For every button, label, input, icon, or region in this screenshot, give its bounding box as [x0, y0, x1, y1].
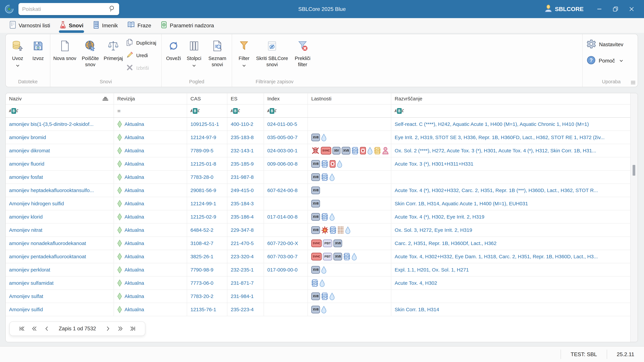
column-header-razvrscanje[interactable]: Razvrščanje — [391, 93, 630, 104]
primerjaj-button[interactable]: Primerjaj — [103, 34, 124, 61]
table-row[interactable]: Amonijev hidrogen sulfidAktualna12124-99… — [6, 197, 630, 210]
table-row[interactable]: amonijev fluoridAktualna12125-01-8235-18… — [6, 157, 630, 171]
filter-cell-index[interactable]: ABC — [264, 105, 308, 117]
tab-fraze[interactable]: Fraze — [122, 18, 156, 33]
uvoz-button[interactable]: Uvoz — [8, 34, 28, 66]
poiscite-snov-button[interactable]: Poiščite snov — [78, 34, 103, 68]
filter-cell-razvrščanje[interactable]: ABC — [391, 105, 630, 117]
person-icon — [382, 147, 389, 155]
es-cell: 235-183-8 — [227, 131, 264, 144]
close-button[interactable] — [624, 2, 640, 16]
index-cell: 607-720-00-X — [264, 237, 308, 250]
table-row[interactable]: amonijev dikromatAktualna7789-09-5232-14… — [6, 144, 630, 157]
revision-status: Aktualna — [117, 134, 144, 141]
group-label-uporaba: Uporaba — [586, 79, 636, 87]
substance-name-link[interactable]: amonijev heptadekafluorooktansulfo... — [9, 187, 94, 193]
user-account-button[interactable]: SBLCORE — [544, 4, 584, 13]
filter-cell-es[interactable]: ABC — [227, 105, 264, 117]
fast-forward-button[interactable] — [114, 326, 126, 332]
table-row[interactable]: amonijev nonadekafluorodekanoatAktualna3… — [6, 237, 630, 250]
substance-name-link[interactable]: amonijev sulfamidat — [9, 280, 54, 286]
table-row[interactable]: amonijev sulfamidatAktualna7773-06-0231-… — [6, 277, 630, 290]
substance-name-link[interactable]: amonijev nonadekafluorodekanoat — [9, 240, 86, 246]
substance-name-link[interactable]: Amonijev nitrat — [9, 227, 42, 233]
substance-name-link[interactable]: amonijev bis(1-(3,5-dinitro-2-oksidof... — [9, 121, 94, 127]
refresh-icon — [168, 37, 179, 54]
window-title: SBLCore 2025 Blue — [298, 6, 346, 12]
substance-name-cell: Amonijev sulfat — [6, 290, 114, 303]
table-row[interactable]: amonijev pentadekafluorooktanoatAktualna… — [6, 250, 630, 263]
tab-varnostni-listi[interactable]: Varnostni listi — [5, 18, 55, 33]
table-row[interactable]: Amonijev nitratAktualna6484-52-2229-347-… — [6, 224, 630, 237]
xvii-badge-icon: XVII — [311, 292, 320, 300]
dupliciraj-button[interactable]: Dupliciraj — [126, 39, 156, 47]
next-page-button[interactable] — [102, 326, 114, 332]
substance-name-link[interactable]: amonijev fluorid — [9, 161, 44, 167]
fast-back-button[interactable] — [28, 326, 40, 332]
table-row[interactable]: amonijev bromidAktualna12124-97-9235-183… — [6, 131, 630, 144]
table-row[interactable]: amonijev bis(1-(3,5-dinitro-2-oksidof...… — [6, 118, 630, 131]
substance-name-link[interactable]: Amonijev hidrogen sulfid — [9, 201, 64, 206]
substance-name-link[interactable]: amonijev dikromat — [9, 148, 50, 154]
filter-cell-revizija[interactable]: = — [114, 105, 187, 117]
es-cell: 235-185-9 — [227, 157, 264, 170]
substance-name-link[interactable]: amonijev perklorat — [9, 267, 50, 273]
table-row[interactable]: amonijev perkloratAktualna7790-98-9232-2… — [6, 263, 630, 277]
table-row[interactable]: Amonijev sulfidAktualna12135-76-1235-223… — [6, 303, 630, 316]
search-input[interactable] — [22, 6, 109, 12]
substance-name-link[interactable]: amonijev klorid — [9, 214, 42, 220]
cas-cell: 7773-06-0 — [187, 277, 227, 289]
es-cell: 235-223-4 — [227, 303, 264, 316]
dust-particles-icon — [338, 226, 344, 234]
substance-name-link[interactable]: Amonijev sulfid — [9, 307, 43, 312]
index-cell: 024-011-00-5 — [264, 118, 308, 131]
table-row[interactable]: amonijev heptadekafluorooktansulfo...Akt… — [6, 184, 630, 197]
table-row[interactable]: amonijev fosfatAktualna7783-28-0231-987-… — [6, 171, 630, 184]
last-page-button[interactable] — [126, 326, 139, 332]
seznam-snovi-button[interactable]: Seznam snovi — [204, 34, 230, 68]
first-page-button[interactable] — [16, 326, 28, 332]
substance-name-link[interactable]: Amonijev sulfat — [9, 293, 43, 299]
revision-diamond-icon — [117, 306, 122, 313]
skriti-sblcore-snovi-button[interactable]: Skriti SBLCore snovi — [254, 34, 290, 68]
nova-snov-button[interactable]: Nova snov — [52, 34, 78, 61]
scrollbar-thumb[interactable] — [632, 165, 635, 176]
substance-name-link[interactable]: amonijev pentadekafluorooktanoat — [9, 254, 86, 259]
search-icon[interactable] — [109, 5, 116, 13]
version-label: 25.2.11 — [607, 351, 644, 358]
table-row[interactable]: Amonijev sulfatAktualna7783-20-2231-984-… — [6, 290, 630, 303]
maximize-restore-button[interactable] — [608, 2, 624, 16]
minimize-button[interactable] — [591, 2, 608, 16]
stolpci-button[interactable]: Stolpci — [184, 34, 204, 66]
nastavitev-button[interactable]: Nastavitev — [586, 39, 623, 50]
substance-name-link[interactable]: amonijev fosfat — [9, 174, 43, 180]
column-header-es[interactable]: ES — [227, 93, 264, 104]
column-header-cas[interactable]: CAS — [187, 93, 227, 104]
column-header-revizija[interactable]: Revizija — [114, 93, 187, 104]
sort-ascending-icon[interactable] — [102, 97, 108, 100]
aquatic-release-icon — [311, 279, 318, 287]
tab-imenik[interactable]: Imenik — [88, 18, 122, 33]
substance-name-cell: Amonijev hidrogen sulfid — [6, 197, 114, 210]
substance-name-link[interactable]: amonijev bromid — [9, 135, 46, 140]
group-menu-icon[interactable] — [631, 81, 635, 84]
pomoc-button[interactable]: ? Pomoč — [586, 56, 622, 66]
filter-cell-lastnosti[interactable] — [308, 105, 391, 117]
column-header-naziv[interactable]: Naziv — [6, 93, 114, 104]
skull-crossbones-icon — [311, 147, 320, 155]
filter-button[interactable]: Filter — [234, 34, 254, 66]
filter-cell-naziv[interactable]: ABC — [6, 105, 114, 117]
izvoz-button[interactable]: Izvoz — [28, 34, 48, 61]
tab-parametri-nadzora[interactable]: Parametri nadzora — [156, 18, 219, 33]
table-row[interactable]: amonijev kloridAktualna12125-02-9235-186… — [6, 210, 630, 224]
column-header-lastnosti[interactable]: Lastnosti — [308, 93, 391, 104]
preklici-filter-button[interactable]: Prekliči filter — [290, 34, 315, 68]
uredi-button[interactable]: Uredi — [126, 51, 156, 60]
properties-cell: XVII — [308, 131, 391, 144]
filter-cell-cas[interactable]: ABC — [187, 105, 227, 117]
column-header-index[interactable]: Index — [264, 93, 308, 104]
text-filter-icon: ABC — [190, 108, 200, 114]
osvezi-button[interactable]: Osveži — [163, 34, 184, 61]
tab-snovi[interactable]: Snovi — [55, 18, 88, 33]
previous-page-button[interactable] — [40, 326, 53, 332]
